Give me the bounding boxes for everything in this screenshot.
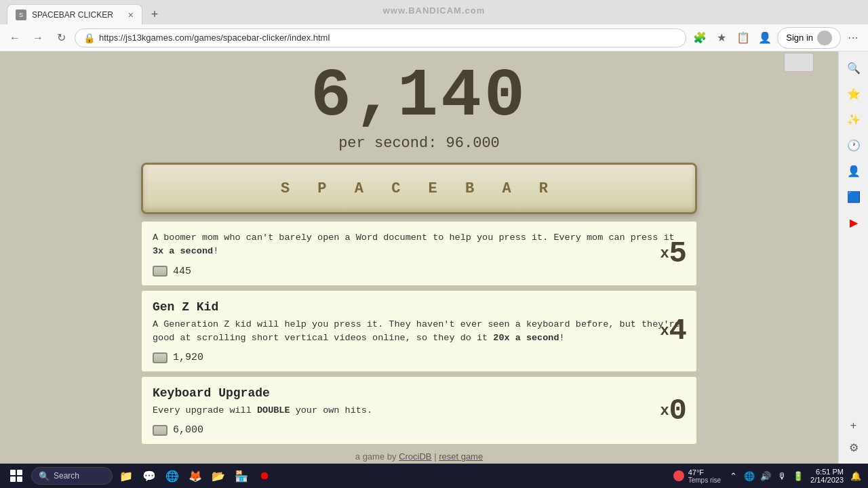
sidebar-user-icon[interactable]: 👤 (843, 160, 865, 182)
upgrade-card-keyboard[interactable]: x0 Keyboard Upgrade Every upgrade will D… (141, 376, 697, 445)
upgrade-desc-genz: A Generation Z kid will help you press i… (153, 318, 686, 346)
taskbar-edge-icon[interactable]: 🌐 (163, 466, 182, 485)
active-tab[interactable]: S SPACEBAR CLICKER × (7, 4, 142, 24)
upgrade-cost-keyboard: 6,000 (153, 424, 686, 436)
taskbar-right: 47°F Temps rise ⌃ 🌐 🔊 🎙 🔋 6:51 PM 2/14/2… (673, 468, 863, 484)
weather-icon (673, 470, 684, 481)
clock[interactable]: 6:51 PM 2/14/2023 (810, 468, 844, 484)
forward-button[interactable]: → (28, 28, 47, 47)
sidebar-favorites-icon[interactable]: ⭐ (843, 83, 865, 104)
tray-chevron[interactable]: ⌃ (726, 469, 740, 483)
upgrade-card-genz[interactable]: x4 Gen Z Kid A Generation Z kid will hel… (141, 290, 697, 373)
weather-widget[interactable]: 47°F Temps rise (673, 468, 721, 484)
taskbar-search-text: Search (54, 471, 79, 481)
back-button[interactable]: ← (5, 28, 24, 47)
cost-icon-keyboard (153, 425, 167, 436)
date-display: 2/14/2023 (810, 476, 844, 484)
score-display: 6,140 (311, 58, 528, 135)
address-bar[interactable]: 🔒 https://js13kgames.com/games/spacebar-… (75, 28, 686, 47)
upgrade-cost-mom: 445 (153, 266, 686, 277)
per-second-display: per second: 96.000 (338, 135, 500, 152)
sidebar-bottom-icons: + ⚙ (843, 415, 865, 458)
taskbar-pinned-apps: 📁 💬 🌐 🦊 📂 🏪 ⏺ (117, 466, 274, 485)
upgrade-desc-mom: A boomer mom who can't barely open a Wor… (153, 231, 686, 259)
upgrade-count-genz: x4 (660, 314, 687, 348)
taskbar-messaging-icon[interactable]: 💬 (140, 466, 159, 485)
sidebar-settings-icon[interactable]: ⚙ (843, 436, 865, 458)
cost-amount-mom: 445 (173, 266, 191, 277)
menu-button[interactable]: ⋯ (844, 28, 863, 47)
upgrade-card-mom[interactable]: x5 A boomer mom who can't barely open a … (141, 221, 697, 286)
tray-battery-icon[interactable]: 🔋 (791, 469, 805, 483)
spacebar-button[interactable]: S P A C E B A R (141, 163, 697, 214)
time-display: 6:51 PM (810, 468, 844, 476)
refresh-button[interactable]: ↻ (52, 28, 71, 47)
sign-in-label: Sign in (786, 33, 813, 43)
taskbar-search-icon: 🔍 (39, 471, 50, 481)
sidebar-add-icon[interactable]: + (843, 415, 865, 436)
avatar (817, 30, 832, 45)
nav-right-buttons: 🧩 ★ 📋 👤 Sign in ⋯ (690, 27, 863, 49)
taskbar: 🔍 Search 📁 💬 🌐 🦊 📂 🏪 ⏺ 47°F Temps rise ⌃… (0, 464, 868, 488)
collections-button[interactable]: 📋 (734, 28, 753, 47)
browser-sidebar: 🔍 ⭐ ✨ 🕐 👤 🟦 ▶ + ⚙ (838, 52, 868, 464)
upgrade-count-keyboard: x0 (660, 394, 687, 428)
tab-close-button[interactable]: × (128, 9, 134, 20)
sidebar-microsoft-icon[interactable]: 🟦 (843, 186, 865, 207)
reset-game-link[interactable]: reset game (439, 451, 483, 462)
cost-icon-genz (153, 352, 167, 363)
sidebar-copilot-icon[interactable]: ✨ (843, 108, 865, 130)
tray-network-icon[interactable]: 🌐 (743, 469, 756, 483)
tab-bar: S SPACEBAR CLICKER × + www.BANDICAM.com (0, 0, 868, 24)
weather-info: 47°F Temps rise (688, 468, 721, 484)
start-button[interactable] (5, 466, 27, 485)
favorites-button[interactable]: ★ (712, 28, 731, 47)
game-footer: a game by CrociDB | reset game (141, 449, 697, 464)
sidebar-youtube-icon[interactable]: ▶ (843, 211, 865, 233)
temperature: 47°F (688, 468, 721, 476)
profile-button[interactable]: 👤 (755, 28, 774, 47)
tab-favicon: S (16, 9, 26, 20)
upgrade-desc-keyboard: Every upgrade will DOUBLE your own hits. (153, 404, 686, 418)
extensions-button[interactable]: 🧩 (690, 28, 709, 47)
sidebar-search-icon[interactable]: 🔍 (843, 57, 865, 79)
bandicam-watermark: www.BANDICAM.com (383, 5, 486, 16)
taskbar-search-box[interactable]: 🔍 Search (31, 467, 113, 485)
tab-title: SPACEBAR CLICKER (32, 10, 113, 20)
windows-logo (10, 470, 22, 482)
system-tray-icons: ⌃ 🌐 🔊 🎙 🔋 (726, 469, 805, 483)
url-text: https://js13kgames.com/games/spacebar-cl… (99, 33, 677, 43)
lock-icon: 🔒 (83, 33, 95, 43)
notification-icon[interactable]: 🔔 (849, 469, 863, 483)
browser-chrome: S SPACEBAR CLICKER × + www.BANDICAM.com … (0, 0, 868, 52)
crocidb-link[interactable]: CrociDB (399, 451, 431, 462)
upgrade-count-mom: x5 (660, 237, 687, 270)
cost-amount-genz: 1,920 (173, 352, 203, 363)
taskbar-store-icon[interactable]: 🏪 (232, 466, 251, 485)
sign-in-button[interactable]: Sign in (777, 27, 841, 49)
taskbar-explorer-icon[interactable]: 📁 (117, 466, 136, 485)
navigation-bar: ← → ↻ 🔒 https://js13kgames.com/games/spa… (0, 24, 868, 52)
small-box (784, 53, 814, 72)
tray-sound-icon[interactable]: 🔊 (759, 469, 772, 483)
cost-amount-keyboard: 6,000 (173, 424, 203, 436)
upgrades-container[interactable]: x5 A boomer mom who can't barely open a … (141, 220, 697, 464)
taskbar-record-icon[interactable]: ⏺ (255, 466, 274, 485)
taskbar-browser-icon[interactable]: 🦊 (186, 466, 205, 485)
weather-desc: Temps rise (688, 476, 721, 484)
upgrade-cost-genz: 1,920 (153, 352, 686, 363)
new-tab-button[interactable]: + (145, 5, 164, 24)
tray-mic-icon[interactable]: 🎙 (775, 469, 789, 483)
upgrade-title-genz: Gen Z Kid (153, 300, 686, 314)
sidebar-history-icon[interactable]: 🕐 (843, 134, 865, 156)
cost-icon-mom (153, 266, 167, 277)
upgrade-title-keyboard: Keyboard Upgrade (153, 386, 686, 400)
taskbar-folder-icon[interactable]: 📂 (209, 466, 228, 485)
game-area: 6,140 per second: 96.000 S P A C E B A R… (0, 52, 838, 464)
